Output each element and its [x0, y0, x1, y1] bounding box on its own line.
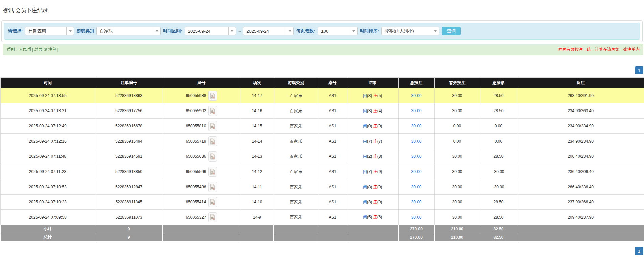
total-bet-link[interactable]: 30.00	[411, 93, 421, 98]
bet-record-row: 2025-09-24 07:12:16522836915494650055719…	[0, 134, 644, 149]
cell-bet-id: 522836914591	[95, 149, 163, 164]
total-bet-link[interactable]: 30.00	[411, 139, 421, 144]
cell-result: 闲(2) 庄(8)	[347, 149, 398, 164]
video-replay-button[interactable]	[208, 212, 217, 222]
result-banker-label: 庄	[373, 200, 377, 204]
cell-table-id: AS1	[318, 179, 347, 195]
column-header: 桌号	[318, 78, 347, 88]
cell-remark: 234.90/234.90	[517, 134, 644, 149]
summary-row: 小计9270.00210.0082.50	[0, 225, 644, 233]
chevron-down-icon	[432, 27, 439, 35]
video-replay-button[interactable]	[208, 136, 217, 146]
result-banker-count: (9)	[377, 200, 382, 204]
cell-total-bet: 30.00	[398, 164, 434, 179]
round-id-text: 650055414	[186, 200, 206, 204]
round-id-text: 650055566	[186, 169, 206, 174]
result-player-count: (7)	[367, 139, 372, 144]
bet-record-row: 2025-09-24 07:11:23522836913850650055566…	[0, 164, 644, 179]
video-replay-button[interactable]	[208, 106, 217, 116]
page-size-value: 100	[318, 29, 350, 34]
summary-cell	[318, 225, 347, 233]
notice-text: 同局有效投注，统一计算在该局第一张注单内	[558, 47, 640, 52]
game-type-select[interactable]: 百家乐	[96, 27, 161, 35]
result-banker-count: (5)	[377, 93, 382, 98]
cell-round-id: 650055566	[163, 164, 240, 179]
date-from-select[interactable]: 2025-09-24	[185, 27, 236, 35]
cell-total-bet: 30.00	[398, 88, 434, 103]
result-banker-label: 庄	[373, 108, 377, 113]
cell-time: 2025-09-24 07:13:21	[0, 103, 95, 119]
total-bet-link[interactable]: 30.00	[411, 184, 421, 189]
video-replay-button[interactable]	[208, 182, 217, 192]
cell-result: 闲(0) 庄(0)	[347, 119, 398, 134]
result-banker-count: (9)	[377, 169, 382, 174]
cell-payout: 28.50	[480, 195, 517, 210]
result-banker-label: 庄	[373, 184, 377, 189]
cell-payout: 28.50	[480, 210, 517, 225]
cell-session: 14-12	[240, 164, 274, 179]
cell-result: 闲(5) 庄(6)	[347, 210, 398, 225]
cell-game-type: 百家乐	[274, 88, 318, 103]
cell-total-bet: 30.00	[398, 179, 434, 195]
chevron-down-icon	[350, 27, 357, 35]
video-file-icon	[210, 184, 215, 190]
cell-payout: 28.50	[480, 88, 517, 103]
video-replay-button[interactable]	[208, 151, 217, 162]
result-banker-label: 庄	[373, 154, 377, 159]
result-player-count: (5)	[367, 215, 372, 219]
result-player-count: (3)	[367, 108, 372, 113]
video-replay-button[interactable]	[208, 197, 217, 207]
bet-record-row: 2025-09-24 07:09:58522836911073650055327…	[0, 210, 644, 225]
cell-session: 14-15	[240, 119, 274, 134]
cell-remark: 206.40/234.90	[517, 149, 644, 164]
cell-round-id: 650055988	[163, 88, 240, 103]
result-banker-count: (8)	[377, 154, 382, 159]
summary-cell: 小计	[0, 225, 95, 233]
query-type-select[interactable]: 日期查询	[25, 27, 74, 35]
total-bet-link[interactable]: 30.00	[411, 200, 421, 204]
cell-game-type: 百家乐	[274, 119, 318, 134]
cell-round-id: 650055810	[163, 119, 240, 134]
cell-table-id: AS1	[318, 164, 347, 179]
column-header: 游戏类别	[274, 78, 318, 88]
total-bet-link[interactable]: 30.00	[411, 215, 421, 220]
cell-payout: 0.00	[480, 134, 517, 149]
date-to-select[interactable]: 2025-09-24	[243, 27, 294, 35]
summary-cell: 270.00	[398, 233, 434, 241]
video-file-icon	[210, 123, 215, 129]
cell-table-id: AS1	[318, 103, 347, 119]
summary-cell: 82.50	[480, 225, 517, 233]
video-replay-button[interactable]	[208, 91, 217, 101]
total-bet-link[interactable]: 30.00	[411, 124, 421, 128]
total-bet-link[interactable]: 30.00	[411, 108, 421, 113]
search-button[interactable]: 查询	[442, 27, 461, 35]
cell-valid-bet: 30.00	[434, 210, 480, 225]
total-bet-link[interactable]: 30.00	[411, 169, 421, 174]
video-replay-button[interactable]	[208, 121, 217, 131]
cell-remark: 237.90/266.40	[517, 195, 644, 210]
result-player-count: (3)	[367, 200, 372, 204]
date-to-value: 2025-09-24	[243, 29, 286, 34]
sort-order-select[interactable]: 降幂(由大到小)	[381, 27, 439, 35]
cell-bet-id: 522836916678	[95, 119, 163, 134]
cell-valid-bet: 30.00	[434, 195, 480, 210]
cell-table-id: AS1	[318, 149, 347, 164]
table-header-row: 时间注单编号局号场次游戏类别桌号结果总投注有效投注总派彩备注	[0, 78, 644, 88]
cell-result: 闲(3) 庄(4)	[347, 103, 398, 119]
round-id-text: 650055719	[186, 139, 206, 144]
column-header: 注单编号	[95, 78, 163, 88]
video-file-icon	[210, 153, 215, 160]
pagination-bottom: 1	[0, 247, 643, 255]
page-1-button[interactable]: 1	[635, 247, 643, 255]
video-replay-button[interactable]	[208, 167, 217, 177]
page-1-button[interactable]: 1	[635, 66, 643, 74]
cell-remark: 209.40/237.90	[517, 210, 644, 225]
cell-bet-id: 522836918863	[95, 88, 163, 103]
cell-time: 2025-09-24 07:11:23	[0, 164, 95, 179]
cell-bet-id: 522836913850	[95, 164, 163, 179]
round-id-text: 650055486	[186, 184, 206, 189]
page-size-select[interactable]: 100	[318, 27, 358, 35]
summary-cell: 总计	[0, 233, 95, 241]
total-bet-link[interactable]: 30.00	[411, 154, 421, 159]
cell-time: 2025-09-24 07:10:53	[0, 179, 95, 195]
